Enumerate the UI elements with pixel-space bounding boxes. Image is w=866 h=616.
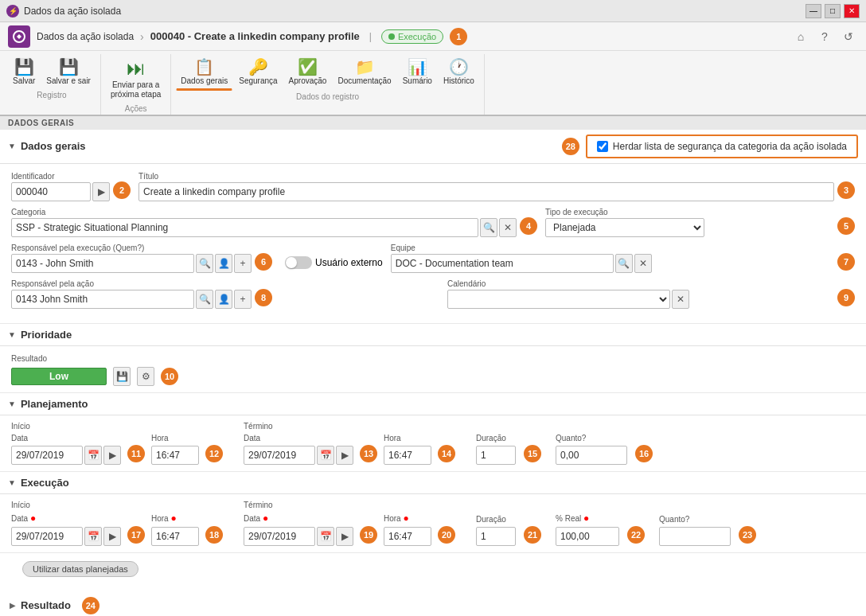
planning-duration-input[interactable] [476,446,516,465]
planning-start-cal-btn[interactable]: 📅 [84,446,102,465]
approval-button[interactable]: ✅ Aprovação [284,54,332,91]
planning-start-hora-label: Hora [151,434,199,443]
summary-button[interactable]: 📊 Sumário [398,54,437,91]
security-button[interactable]: 🔑 Segurança [234,54,282,91]
exec-real-pct-group: % Real ● [556,513,619,546]
priority-collapse-icon: ▼ [8,330,16,339]
badge-22: 22 [627,526,645,544]
planning-end-time: Hora [384,434,431,465]
use-planned-dates-btn[interactable]: Utilizar datas planejadas [22,561,138,577]
resp-action-search-btn[interactable]: 🔍 [196,290,213,309]
planning-start-nxt-btn[interactable]: ▶ [103,446,121,465]
refresh-icon-btn[interactable]: ↺ [839,27,858,46]
next-step-button[interactable]: ⏭ Enviar para apróxima etapa [106,54,166,103]
security-icon: 🔑 [248,57,268,76]
security-inherit-checkbox[interactable] [597,141,608,152]
resp-exec-input[interactable] [11,254,194,273]
resp-action-plus-btn[interactable]: + [234,290,252,309]
save-button[interactable]: 💾 Salvar [8,54,40,89]
dados-gerais-icon: 📋 [194,57,214,76]
planning-end-date-input[interactable] [244,446,315,465]
security-inherit-label: Herdar lista de segurança da categoria d… [613,141,847,152]
badge-11: 11 [127,445,145,462]
planning-end-group: Término Data 📅 ▶ 13 Hora [244,422,455,465]
priority-section-header[interactable]: ▼ Prioridade [0,324,866,346]
resp-exec-plus-btn[interactable]: + [234,254,252,273]
title-input[interactable] [138,182,834,201]
planning-end-cal-btn[interactable]: 📅 [317,446,334,465]
documentation-button[interactable]: 📁 Documentação [333,54,396,91]
minimize-btn[interactable]: — [806,4,821,18]
exec-real-pct-input[interactable] [556,527,619,546]
planning-qty-input[interactable] [556,446,627,465]
home-icon-btn[interactable]: ⌂ [791,27,810,46]
badge-12: 12 [205,445,223,462]
team-clear-btn[interactable]: ✕ [634,254,652,273]
exec-real-pct-label: % Real ● [556,513,619,524]
team-search-btn[interactable]: 🔍 [615,254,633,273]
planning-start-date-input[interactable] [11,446,83,465]
priority-settings-btn[interactable]: ⚙ [137,367,154,386]
exec-start-time-input[interactable] [151,527,199,546]
execution-section-header[interactable]: ▼ Execução [0,472,866,494]
category-clear-btn[interactable]: ✕ [499,218,517,237]
planning-end-nxt-btn[interactable]: ▶ [336,446,353,465]
resp-action-input[interactable] [11,290,194,309]
exec-start-data-label: Data ● [11,513,121,524]
exec-end-time-input[interactable] [384,527,431,546]
resultado-arrow-icon: ▶ [10,601,16,610]
resp-exec-label: Responsável pela execução (Quem?) [11,244,252,252]
dados-gerais-section[interactable]: ▼ Dados gerais 28 Herdar lista de segura… [0,130,866,164]
calendar-clear-btn[interactable]: ✕ [672,290,689,309]
execution-type-container: Tipo de execução Planejada Imediata [545,208,834,237]
badge-21: 21 [524,526,541,544]
resp-exec-search-btn[interactable]: 🔍 [196,254,213,273]
exec-qty-input[interactable] [659,527,731,546]
calendar-select[interactable] [447,290,670,309]
badge-20: 20 [438,526,455,544]
exec-start-date-input[interactable] [11,527,83,546]
resultado-item[interactable]: ▶ Resultado 24 [0,591,866,616]
resp-action-person-btn[interactable]: 👤 [215,290,232,309]
execution-type-label: Tipo de execução [545,208,834,216]
resp-action-container: Responsável pela ação 🔍 👤 + [11,279,252,309]
general-data-form: Identificador ▶ 2 Título 3 Categoria 🔍 [0,164,866,324]
priority-save-btn[interactable]: 💾 [113,367,131,386]
category-search-btn[interactable]: 🔍 [480,218,497,237]
maximize-btn[interactable]: □ [825,4,841,18]
exec-end-cal-btn[interactable]: 📅 [317,527,334,546]
external-user-toggle[interactable]: Usuário externo [285,256,383,269]
planning-end-time-input[interactable] [384,446,431,465]
planning-duration-group: Duração [476,434,516,465]
dados-gerais-label: Dados gerais [181,76,228,86]
dados-gerais-button[interactable]: 📋 Dados gerais [176,54,232,91]
category-input[interactable] [11,218,478,237]
history-button[interactable]: 🕐 Histórico [439,54,479,91]
planning-section-header[interactable]: ▼ Planejamento [0,393,866,415]
execution-type-select[interactable]: Planejada Imediata [545,218,704,237]
planning-start-time-input[interactable] [151,446,199,465]
security-badge-28: 28 [562,138,579,155]
save-exit-button[interactable]: 💾 Salvar e sair [41,54,96,89]
exec-end-time: Hora ● [384,513,431,546]
breadcrumb-home[interactable]: Dados da ação isolada [37,31,134,42]
exec-start-nxt-btn[interactable]: ▶ [103,527,121,546]
exec-duration-input[interactable] [476,527,516,546]
exec-end-date-input[interactable] [244,527,315,546]
planning-fields-row: Início Data 📅 ▶ 11 Hora [11,422,855,465]
badge-2: 2 [113,181,131,199]
exec-start-cal-btn[interactable]: 📅 [84,527,102,546]
badge-5: 5 [837,217,855,235]
save-label: Salvar [13,76,35,86]
toggle-track[interactable] [285,256,312,269]
close-btn[interactable]: ✕ [844,4,860,18]
identifier-nav-btn[interactable]: ▶ [92,182,110,201]
toolbar-group-acoes: ⏭ Enviar para apróxima etapa Ações [101,54,171,115]
identifier-input[interactable] [11,182,91,201]
resp-exec-person-btn[interactable]: 👤 [215,254,232,273]
help-icon-btn[interactable]: ? [815,27,834,46]
planning-end-label: Término [244,422,455,431]
priority-title: Prioridade [21,329,72,341]
exec-end-nxt-btn[interactable]: ▶ [336,527,353,546]
team-input[interactable] [391,254,614,273]
